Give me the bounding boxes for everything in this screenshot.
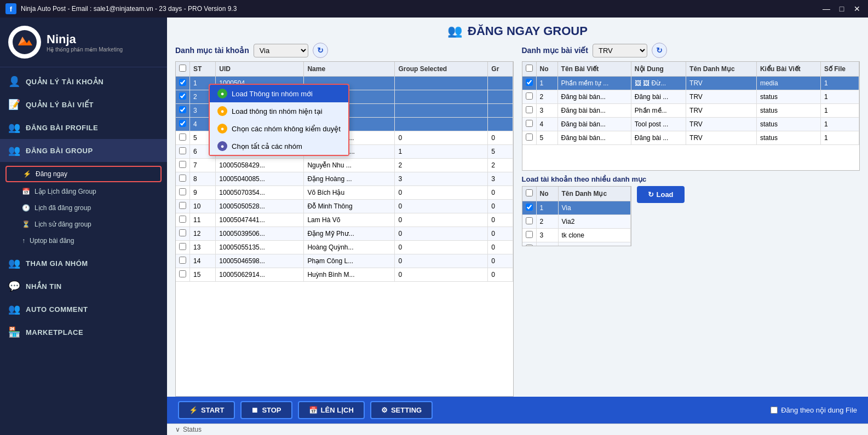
- row-checkbox: [176, 227, 190, 241]
- row-gr: 3: [488, 172, 513, 186]
- account-table-wrapper: ST UID Name Group Selected Gr 1 1000504.…: [175, 61, 514, 397]
- post-row-type: status: [756, 131, 820, 145]
- row-gr: 0: [488, 268, 513, 282]
- load-table-row[interactable]: 4 vi die: [522, 242, 631, 247]
- sidebar-item-nhan-tin[interactable]: 💬 NHẮN TIN: [0, 275, 167, 298]
- post-table-row[interactable]: 3 Đăng bài bán... Phần mề... TRV status …: [522, 104, 859, 118]
- context-menu-item-select-all[interactable]: ● Chọn tất cả các nhóm: [210, 137, 348, 155]
- account-table-row[interactable]: 15 10005062914... Huỳnh Bình M... 0 0: [176, 268, 513, 282]
- post-select-all-checkbox[interactable]: [526, 65, 533, 72]
- schedule-icon: 📅: [309, 406, 318, 414]
- content-header: 👥 ĐĂNG NGAY GROUP: [167, 18, 868, 43]
- account-table-row[interactable]: 13 10005055135... Hoàng Quỳnh... 0 0: [176, 241, 513, 254]
- row-groups: [395, 104, 488, 118]
- account-table-row[interactable]: 12 10005039506... Đặng Mỹ Phư... 0 0: [176, 227, 513, 241]
- row-gr: 0: [488, 227, 513, 241]
- sidebar-subitem-lich-su[interactable]: ⏳ Lịch sử đăng group: [0, 216, 167, 233]
- status-label: Status: [183, 426, 202, 433]
- row-checkbox: [176, 90, 190, 104]
- account-table-row[interactable]: 11 10005047441... Lam Hà Võ 0 0: [176, 213, 513, 227]
- post-table-header: No Tên Bài Viết Nội Dung Tên Danh Mục Ki…: [522, 62, 859, 77]
- sidebar-subitem-dang-ngay[interactable]: ⚡ Đăng ngay: [5, 166, 162, 182]
- post-row-content: Đăng bài ...: [631, 131, 686, 145]
- post-row-category: TRV: [686, 118, 757, 131]
- uptop-icon: ↑: [22, 237, 25, 245]
- logo-text: Ninja: [47, 32, 123, 47]
- right-panel: Danh mục bài viết TRV Via Via2 ↻: [522, 43, 860, 397]
- row-gr: 5: [488, 145, 513, 159]
- load-current-label: Load thông tin nhóm hiện tại: [232, 107, 323, 115]
- right-refresh-button[interactable]: ↻: [652, 43, 667, 58]
- titlebar-title: Ninja Auto Post - Email : sale1@ninjatea…: [21, 5, 237, 13]
- post-row-no: 2: [536, 90, 557, 104]
- minimize-button[interactable]: —: [821, 3, 832, 14]
- maximize-button[interactable]: □: [836, 3, 847, 14]
- post-row-checkbox: [522, 77, 537, 90]
- select-all-checkbox[interactable]: [179, 65, 186, 72]
- row-uid: 10005046598...: [216, 254, 304, 268]
- post-table-row[interactable]: 2 Đăng bài bán... Đăng bài ... TRV statu…: [522, 90, 859, 104]
- sidebar-item-dang-bai-profile[interactable]: 👥 ĐĂNG BÀI PROFILE: [0, 116, 167, 139]
- row-groups: 0: [395, 227, 488, 241]
- schedule-button[interactable]: 📅 LÊN LỊCH: [298, 401, 365, 419]
- sidebar-subitem-lap-lich[interactable]: 📅 Lập Lịch đăng Group: [0, 183, 167, 200]
- account-category-select[interactable]: Via Via2 tk clone vi die: [254, 44, 308, 57]
- load-button[interactable]: ↻ Load: [637, 186, 685, 203]
- close-button[interactable]: ✕: [852, 3, 863, 14]
- sidebar-item-marketplace[interactable]: 🏪 MARKETPLACE: [0, 321, 167, 344]
- account-table-row[interactable]: 7 10005058429... Nguyễn Nhu ... 2 2: [176, 159, 513, 172]
- account-table-header: ST UID Name Group Selected Gr: [176, 62, 513, 77]
- post-table-row[interactable]: 5 Đăng bài bán... Đăng bài ... TRV statu…: [522, 131, 859, 145]
- row-name: Huỳnh Bình M...: [304, 268, 395, 282]
- titlebar-left: f Ninja Auto Post - Email : sale1@ninjat…: [5, 3, 237, 14]
- start-icon: ⚡: [189, 406, 198, 414]
- titlebar-controls: — □ ✕: [821, 3, 863, 14]
- post-row-title: Phần mềm tự ...: [557, 77, 631, 90]
- post-row-type: status: [756, 104, 820, 118]
- sidebar-item-quan-ly-tai-khoan[interactable]: 👤 QUẢN LÝ TÀI KHOẢN: [0, 70, 167, 93]
- load-row-checkbox: [522, 242, 537, 247]
- load-table-row[interactable]: 2 Via2: [522, 215, 631, 229]
- load-row-name: tk clone: [558, 229, 630, 242]
- row-groups: 0: [395, 213, 488, 227]
- sidebar-item-auto-comment[interactable]: 👥 AUTO COMMENT: [0, 298, 167, 321]
- post-category-select[interactable]: TRV Via Via2: [593, 44, 647, 57]
- logo-icon: [8, 26, 41, 59]
- row-name: Đỗ Minh Thông: [304, 200, 395, 213]
- context-menu-item-load-current[interactable]: ● Load thông tin nhóm hiện tại: [210, 102, 348, 120]
- post-row-files: 1: [820, 104, 859, 118]
- sidebar-item-dang-bai-group[interactable]: 👥 ĐĂNG BÀI GROUP: [0, 139, 167, 162]
- post-row-title: Đăng bài bán...: [557, 131, 631, 145]
- setting-button[interactable]: ⚙ SETTING: [370, 401, 433, 419]
- load-table-row[interactable]: 1 Via: [522, 201, 631, 215]
- post-row-checkbox: [522, 104, 537, 118]
- file-content-checkbox[interactable]: [771, 407, 778, 414]
- row-uid: 10005050528...: [216, 200, 304, 213]
- account-table-row[interactable]: 14 10005046598... Phạm Công L... 0 0: [176, 254, 513, 268]
- select-all-label: Chọn tất cả các nhóm: [232, 142, 302, 150]
- context-menu-item-select-no-review[interactable]: ● Chọn các nhóm không kiểm duyệt: [210, 120, 348, 137]
- account-table-row[interactable]: 9 10005070354... Võ Bích Hậu 0 0: [176, 186, 513, 200]
- sidebar-subitem-lich-da[interactable]: 🕐 Lịch đã đăng group: [0, 200, 167, 216]
- stop-button[interactable]: ⏹ STOP: [240, 401, 292, 419]
- left-refresh-button[interactable]: ↻: [313, 43, 328, 58]
- load-select-all[interactable]: [526, 189, 533, 196]
- context-menu-item-load-new[interactable]: ● Load Thông tin nhóm mới: [210, 85, 348, 102]
- post-table-row[interactable]: 4 Đăng bài bán... Tool post ... TRV stat…: [522, 118, 859, 131]
- post-table-row[interactable]: 1 Phần mềm tự ... 🖼 🖼 Đừ... TRV media 1: [522, 77, 859, 90]
- load-table-row[interactable]: 3 tk clone: [522, 229, 631, 242]
- load-new-icon: ●: [217, 89, 227, 98]
- stop-label: STOP: [262, 406, 281, 414]
- lich-su-label: Lịch sử đăng group: [35, 221, 91, 228]
- bottom-toolbar: ⚡ START ⏹ STOP 📅 LÊN LỊCH ⚙ SETTING Đăng…: [167, 397, 868, 424]
- sidebar-item-tham-gia-nhom[interactable]: 👥 THAM GIA NHÓM: [0, 252, 167, 275]
- row-groups: 0: [395, 200, 488, 213]
- row-checkbox: [176, 254, 190, 268]
- file-content-label[interactable]: Đăng theo nội dung File: [771, 406, 857, 414]
- account-table-row[interactable]: 8 10005040085... Đặng Hoàng ... 3 3: [176, 172, 513, 186]
- start-button[interactable]: ⚡ START: [178, 401, 235, 419]
- account-table-row[interactable]: 10 10005050528... Đỗ Minh Thông 0 0: [176, 200, 513, 213]
- row-groups: 0: [395, 254, 488, 268]
- sidebar-item-quan-ly-bai-viet[interactable]: 📝 QUẢN LÝ BÀI VIẾT: [0, 93, 167, 116]
- sidebar-subitem-uptop[interactable]: ↑ Uptop bài đăng: [0, 233, 167, 249]
